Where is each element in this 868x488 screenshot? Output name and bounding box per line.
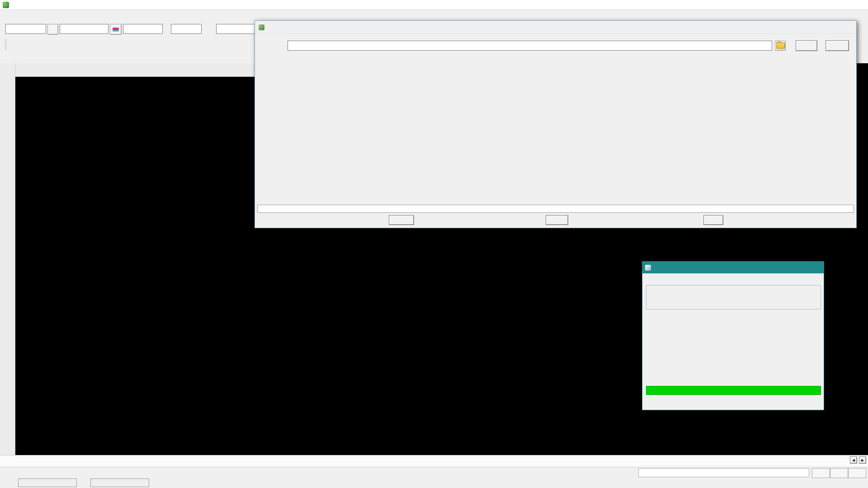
title-bar (0, 0, 868, 10)
app-icon (3, 2, 9, 8)
label-file-input[interactable] (288, 41, 772, 51)
folder-icon (776, 42, 785, 49)
finish-button[interactable] (546, 215, 568, 225)
bottom-panel-bar (0, 479, 868, 488)
coordinates-readout (638, 468, 809, 477)
num-lock-indicator (830, 468, 848, 478)
write-button[interactable] (826, 40, 849, 51)
string-attribute-dialog (642, 261, 824, 410)
sort-icon[interactable] (203, 24, 215, 35)
dialog-icon (259, 24, 264, 30)
browse-file-button[interactable] (775, 41, 786, 51)
dialog-maximize-button (818, 23, 830, 32)
sort-value-combo[interactable] (216, 24, 256, 34)
view-toolbar (15, 63, 259, 77)
application-window: ◂ ▸ (0, 0, 868, 488)
read-button[interactable] (796, 40, 817, 51)
validate-button[interactable] (389, 215, 414, 225)
view-tabs-bar (0, 455, 868, 467)
label-file-dialog (255, 20, 857, 228)
attr-maximize-button[interactable] (789, 263, 801, 272)
scroll-lock-indicator (848, 468, 866, 478)
label-dialog-titlebar[interactable] (255, 21, 856, 34)
caps-lock-indicator (812, 468, 830, 478)
data-to-use-group (646, 285, 821, 310)
layers-icon (113, 28, 119, 32)
maximize-button[interactable] (834, 0, 851, 9)
layers-button[interactable] (110, 24, 122, 35)
minimize-button[interactable] (816, 0, 834, 9)
file-status-message (257, 205, 854, 213)
colour-combo[interactable] (123, 24, 163, 34)
attr-minimize-button[interactable] (769, 263, 781, 272)
dialog-icon (645, 265, 651, 271)
cad-tool-column (0, 63, 15, 455)
background-tasks-button[interactable] (90, 479, 149, 487)
label-mode-combo[interactable] (5, 24, 46, 34)
dialog-close-button[interactable] (842, 23, 854, 32)
label-style-combo[interactable] (60, 24, 108, 34)
close-button[interactable] (851, 0, 868, 9)
north-button[interactable] (47, 24, 58, 35)
extra-field[interactable] (171, 24, 202, 34)
attr-dialog-titlebar[interactable] (642, 262, 824, 273)
dialog-minimize-button[interactable] (795, 23, 807, 32)
labelling-status (646, 386, 821, 395)
tabs-scroll-right[interactable]: ▸ (859, 456, 866, 464)
attr-close-button[interactable] (809, 263, 821, 272)
help-button[interactable] (703, 215, 723, 225)
output-window-button[interactable] (18, 479, 77, 487)
tabs-scroll-left[interactable]: ◂ (850, 456, 857, 464)
